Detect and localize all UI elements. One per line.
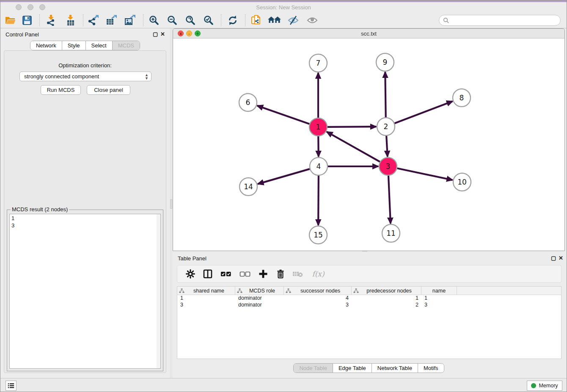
- node-label-6: 6: [246, 98, 250, 107]
- edge-1-to-2[interactable]: [328, 127, 376, 127]
- graph-node-9[interactable]: 9: [376, 53, 394, 71]
- list-icon: [8, 383, 14, 389]
- node-label-10: 10: [457, 178, 467, 186]
- tab-network-table[interactable]: Network Table: [372, 364, 418, 373]
- zoom-fit-button[interactable]: [183, 14, 198, 27]
- result-scrollbar[interactable]: [157, 214, 160, 368]
- refresh-view-button[interactable]: [226, 14, 240, 27]
- export-image-button[interactable]: [123, 14, 137, 27]
- memory-button[interactable]: Memory: [527, 381, 562, 391]
- export-table-button[interactable]: [104, 14, 118, 27]
- graph-node-1[interactable]: 1: [309, 118, 327, 136]
- graph-node-6[interactable]: 6: [239, 94, 257, 111]
- graph-node-8[interactable]: 8: [453, 89, 471, 107]
- edge-1-to-4[interactable]: [318, 136, 319, 157]
- graph-node-14[interactable]: 14: [239, 178, 257, 196]
- node-label-3: 3: [386, 162, 391, 171]
- hide-elements-button[interactable]: [286, 14, 300, 27]
- tab-node-table[interactable]: Node Table: [294, 364, 333, 373]
- zoom-out-icon: [167, 15, 178, 26]
- table-toolbar: f(x): [177, 265, 561, 283]
- graph-node-2[interactable]: 2: [377, 118, 395, 135]
- graph-node-11[interactable]: 11: [382, 224, 400, 242]
- column-header-name[interactable]: name: [421, 287, 457, 295]
- import-network-button[interactable]: [44, 14, 58, 27]
- mcds-result-text[interactable]: 1 3: [9, 214, 161, 369]
- edge-4-to-15[interactable]: [318, 176, 319, 225]
- new-network-from-selection-button[interactable]: [249, 14, 264, 27]
- toolbar-separator: [83, 14, 83, 26]
- node-label-4: 4: [317, 162, 321, 171]
- open-file-button[interactable]: [3, 14, 17, 27]
- edge-2-to-9[interactable]: [385, 72, 385, 117]
- column-header-successor-nodes[interactable]: successor nodes: [284, 287, 352, 295]
- graph-node-4[interactable]: 4: [310, 157, 328, 175]
- table-tabbar: Node Table Edge Table Network Table Moti…: [293, 363, 444, 373]
- float-panel-icon[interactable]: ▢: [153, 31, 158, 37]
- toggle-column-view-button[interactable]: [202, 268, 213, 279]
- window-title: Session: New Session: [0, 4, 567, 11]
- main-toolbar: [0, 12, 567, 28]
- tab-edge-table[interactable]: Edge Table: [333, 364, 372, 373]
- delete-column-button[interactable]: [275, 268, 286, 279]
- zoom-out-button[interactable]: [165, 14, 179, 27]
- zoom-fit-icon: [185, 15, 196, 26]
- deselect-all-button[interactable]: [239, 268, 251, 279]
- column-header-predecessor-nodes[interactable]: predecessor nodes: [352, 287, 421, 295]
- add-column-button[interactable]: [258, 268, 269, 279]
- plus-icon: [259, 269, 268, 279]
- criterion-select[interactable]: strongly connected component ▲▼: [19, 72, 151, 81]
- node-table[interactable]: shared name MCDS role successor nodes pr…: [177, 286, 561, 359]
- edge-2-to-3[interactable]: [386, 136, 388, 157]
- edge-3-to-11[interactable]: [388, 176, 391, 224]
- search-input[interactable]: [439, 15, 561, 26]
- save-session-button[interactable]: [20, 14, 34, 27]
- column-header-shared-name[interactable]: shared name: [177, 287, 235, 295]
- tab-mcds[interactable]: MCDS: [112, 41, 140, 50]
- network-canvas[interactable]: 7968124314101511: [173, 39, 564, 251]
- tab-network[interactable]: Network: [30, 41, 62, 50]
- close-panel-button[interactable]: Close panel: [87, 85, 130, 95]
- tab-motifs[interactable]: Motifs: [418, 364, 444, 373]
- vertical-splitter[interactable]: [170, 28, 173, 378]
- export-network-button[interactable]: [86, 14, 100, 27]
- edge-3-to-10[interactable]: [397, 168, 453, 180]
- graph-node-3[interactable]: 3: [379, 157, 397, 175]
- network-window-title: scc.txt: [173, 30, 564, 37]
- import-table-button[interactable]: [63, 14, 78, 27]
- network-window-titlebar[interactable]: x - + scc.txt: [173, 29, 564, 39]
- home-networks-button[interactable]: [267, 14, 282, 27]
- delete-table-button[interactable]: [292, 268, 303, 279]
- table-header-row: shared name MCDS role successor nodes pr…: [177, 287, 561, 295]
- edge-1-to-6[interactable]: [257, 106, 310, 124]
- function-builder-button[interactable]: f(x): [310, 268, 327, 279]
- edge-4-to-14[interactable]: [258, 169, 310, 184]
- column-header-mcds-role[interactable]: MCDS role: [235, 287, 284, 295]
- zoom-selected-button[interactable]: [201, 14, 216, 27]
- splitter-handle[interactable]: [170, 199, 172, 209]
- float-table-panel-icon[interactable]: ▢: [551, 255, 556, 261]
- edge-2-to-8[interactable]: [395, 101, 453, 123]
- tab-style[interactable]: Style: [62, 41, 85, 50]
- edge-3-to-1[interactable]: [327, 132, 380, 162]
- close-table-panel-icon[interactable]: ✕: [559, 255, 563, 261]
- task-list-button[interactable]: [6, 381, 17, 391]
- application-window: Session: New Session: [0, 0, 567, 392]
- graph-node-10[interactable]: 10: [453, 173, 471, 191]
- gear-icon: [186, 269, 195, 279]
- select-all-button[interactable]: [220, 268, 232, 279]
- tab-select[interactable]: Select: [85, 41, 112, 50]
- table-settings-button[interactable]: [185, 268, 196, 279]
- graph-node-15[interactable]: 15: [309, 226, 327, 244]
- zoom-in-button[interactable]: [147, 14, 161, 27]
- show-elements-button[interactable]: [305, 14, 319, 27]
- mcds-result-title: MCDS result (2 nodes): [11, 206, 69, 213]
- node-label-15: 15: [314, 231, 323, 239]
- table-row[interactable]: 3 dominator 3 2 3: [177, 302, 561, 309]
- close-panel-icon[interactable]: ✕: [160, 31, 165, 37]
- run-mcds-button[interactable]: Run MCDS: [41, 85, 81, 95]
- graph-node-7[interactable]: 7: [309, 54, 327, 72]
- window-titlebar[interactable]: Session: New Session: [0, 2, 567, 12]
- table-row[interactable]: 1 dominator 4 1 1: [177, 295, 561, 302]
- export-image-icon: [124, 15, 136, 26]
